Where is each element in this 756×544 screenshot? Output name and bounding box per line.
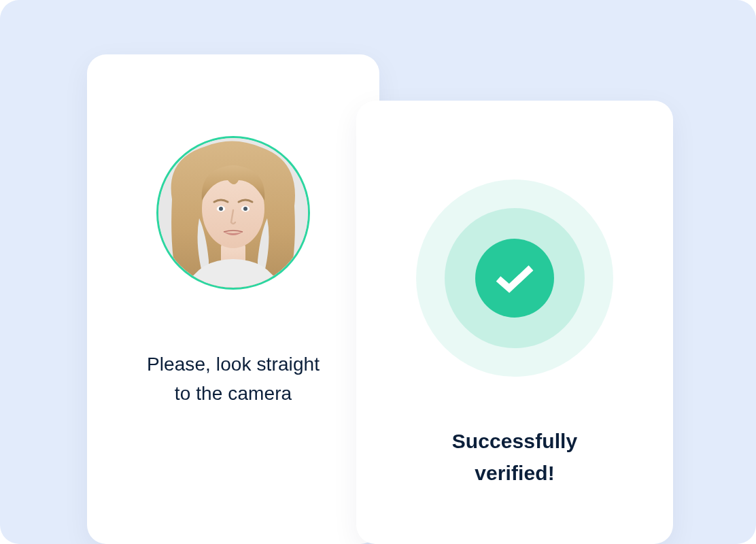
camera-card: Please, look straight to the camera — [87, 54, 379, 544]
svg-point-6 — [219, 207, 223, 211]
camera-instruction: Please, look straight to the camera — [147, 350, 320, 409]
verified-title-line1: Successfully — [452, 430, 578, 452]
check-core — [475, 239, 554, 318]
svg-point-7 — [243, 207, 247, 211]
person-photo-icon — [158, 138, 308, 288]
verified-title: Successfully verified! — [452, 426, 578, 489]
verified-title-line2: verified! — [475, 462, 555, 484]
camera-instruction-line2: to the camera — [175, 383, 292, 404]
camera-instruction-line1: Please, look straight — [147, 354, 320, 375]
verification-panel: Please, look straight to the camera Succ… — [0, 0, 756, 544]
verified-card: Successfully verified! — [356, 101, 673, 544]
avatar-preview — [156, 136, 310, 290]
check-badge — [416, 180, 613, 377]
check-icon — [494, 262, 535, 294]
